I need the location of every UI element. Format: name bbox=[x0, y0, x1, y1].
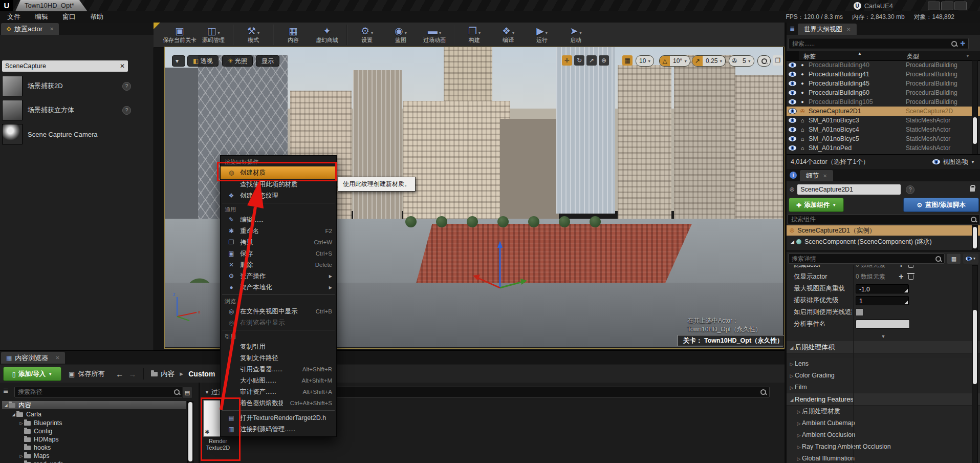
place-actor-search-input[interactable]: SceneCapture ✕ bbox=[2, 60, 128, 72]
toolbar-compile-button[interactable]: ❖▾ 编译 bbox=[491, 23, 525, 47]
expand-arrow-icon[interactable]: ◢ bbox=[791, 239, 794, 244]
add-component-button[interactable]: ✚ 添加组件 ▼ bbox=[789, 198, 844, 212]
collapsed-arrow-icon[interactable]: ▷ bbox=[789, 370, 795, 382]
context-menu-item[interactable]: 复制文件路径 bbox=[221, 352, 336, 364]
trash-icon[interactable] bbox=[908, 265, 913, 268]
level-tab[interactable]: Town10HD_Opt* bbox=[15, 0, 88, 11]
add-element-icon[interactable]: ✚ bbox=[899, 273, 903, 280]
maximize-button[interactable] bbox=[941, 2, 953, 10]
context-menu-item[interactable]: ❐ 拷贝 Ctrl+W bbox=[221, 237, 336, 248]
camera-speed[interactable]: ✇5▼ bbox=[729, 55, 754, 67]
context-menu-item[interactable]: 大小贴图...... Alt+Shift+M bbox=[221, 375, 336, 386]
details-section-row[interactable]: ▷Ray Tracing Ambient Occlusion bbox=[787, 441, 980, 453]
actor-name-input[interactable]: SceneCapture2D1 bbox=[797, 184, 901, 195]
clear-search-icon[interactable]: ✕ bbox=[120, 62, 125, 70]
search-paths-input[interactable]: 搜索路径 bbox=[14, 387, 183, 397]
folder-tree-item[interactable]: ▷Blueprints bbox=[2, 419, 186, 427]
toolbar-launch-button[interactable]: ➤▾ 启动 bbox=[559, 23, 593, 47]
tab-close-icon[interactable]: ✕ bbox=[846, 27, 851, 32]
tree-scrollbar[interactable] bbox=[187, 401, 193, 463]
context-menu-item[interactable]: ▣ 保存 Ctrl+S bbox=[221, 248, 336, 259]
help-badge[interactable]: ? bbox=[122, 82, 131, 91]
show-flags-button[interactable]: 显示 bbox=[256, 55, 279, 67]
visibility-eye-icon[interactable] bbox=[789, 90, 796, 95]
sources-list-icon[interactable]: ▤ bbox=[182, 387, 192, 398]
blueprint-add-script-button[interactable]: ⚙ 蓝图/添加脚本 bbox=[903, 198, 979, 212]
outliner-row[interactable]: ● ProceduralBuilding60ProceduralBuilding bbox=[787, 88, 980, 97]
tab-place-actor[interactable]: ✥ 放置actor ✕ bbox=[1, 23, 59, 35]
view-options-button[interactable]: 视图选项▼ bbox=[932, 158, 975, 166]
collapsed-arrow-icon[interactable]: ▷ bbox=[796, 406, 802, 418]
details-section-row[interactable]: ▷Ambient Cubemap bbox=[787, 417, 980, 430]
details-section-row[interactable]: ▷Color Grading bbox=[787, 370, 980, 382]
collapse-sources-icon[interactable]: ≣ bbox=[3, 387, 9, 394]
collapsed-arrow-icon[interactable]: ▷ bbox=[796, 430, 802, 441]
details-section-row[interactable]: ▷Global Illumination bbox=[787, 453, 980, 463]
property-matrix-icon[interactable]: ▦ bbox=[947, 253, 961, 264]
folder-tree-item[interactable]: ▷Maps bbox=[2, 452, 186, 460]
details-section-row[interactable]: ▷Film bbox=[787, 382, 980, 394]
folder-tree-item[interactable]: hooks bbox=[2, 444, 186, 452]
breadcrumb-current[interactable]: Custom bbox=[188, 370, 215, 378]
details-scrollbar[interactable] bbox=[972, 265, 978, 463]
minimize-button[interactable] bbox=[928, 2, 940, 10]
search-components-input[interactable]: 搜索组件 bbox=[788, 214, 980, 224]
add-element-icon[interactable]: ✚ bbox=[899, 265, 903, 268]
expanded-arrow-icon[interactable]: ◢ bbox=[789, 342, 795, 353]
close-button[interactable] bbox=[954, 2, 967, 10]
world-coordinate-icon[interactable]: ⊕ bbox=[599, 55, 609, 66]
menubar-item[interactable]: 编辑 bbox=[28, 11, 55, 23]
property-column-divider[interactable] bbox=[853, 265, 854, 463]
context-menu-item[interactable]: ✱ 重命名 F2 bbox=[221, 225, 336, 237]
move-tool-icon[interactable]: ✛ bbox=[562, 55, 572, 66]
menubar-item[interactable]: 文件 bbox=[0, 11, 28, 23]
grid-snap-toggle-icon[interactable]: ▦ bbox=[622, 55, 633, 66]
tab-close-icon[interactable]: ✕ bbox=[50, 26, 54, 32]
place-actor-item[interactable]: 场景捕获立方体 ? bbox=[2, 99, 133, 121]
context-menu-item[interactable]: ◎ 在浏览器中显示 bbox=[221, 317, 336, 328]
place-actor-item[interactable]: 场景捕获2D ? bbox=[2, 75, 133, 97]
context-menu-item[interactable]: 复制引用 bbox=[221, 341, 336, 352]
collapsed-arrow-icon[interactable]: ▷ bbox=[789, 382, 795, 394]
toolbar-blueprints-button[interactable]: ◉▾ 蓝图 bbox=[384, 23, 418, 47]
checkbox[interactable] bbox=[856, 308, 863, 316]
tab-details[interactable]: 细节✕ bbox=[800, 170, 833, 181]
toolbar-play-button[interactable]: ▶▾ 运行 bbox=[525, 23, 559, 47]
lock-icon[interactable] bbox=[970, 187, 975, 192]
outliner-column-header[interactable]: 标签 ▲ 类型 ▼ bbox=[787, 51, 980, 61]
folder-tree-item[interactable]: Config bbox=[2, 427, 186, 435]
visibility-eye-icon[interactable] bbox=[789, 81, 796, 86]
outliner-row[interactable]: ⌂ SM_A01noBicyc5StaticMeshActor bbox=[787, 134, 980, 143]
outliner-row[interactable]: ⌂ SM_A01noBicyc3StaticMeshActor bbox=[787, 116, 980, 125]
expander-arrow-icon[interactable]: ▼ bbox=[787, 334, 980, 339]
back-arrow-icon[interactable]: ← bbox=[116, 370, 123, 378]
details-section-row[interactable]: ◢后期处理体积 bbox=[787, 341, 980, 353]
toolbar-modes-button[interactable]: ⚒▾ 模式 bbox=[236, 23, 270, 47]
tab-close-icon[interactable]: ✕ bbox=[823, 173, 827, 179]
collapsed-arrow-icon[interactable]: ▷ bbox=[796, 453, 802, 463]
search-details-input[interactable]: 搜索详情 bbox=[788, 254, 945, 264]
scale-snap[interactable]: ↗0.25▼ bbox=[692, 55, 726, 67]
components-scrollbar[interactable] bbox=[972, 225, 978, 250]
context-menu-item[interactable]: ● 资产本地化 ▶ bbox=[221, 282, 336, 293]
spinbox[interactable]: -1.0 bbox=[856, 284, 909, 293]
cb-splitter[interactable] bbox=[199, 383, 200, 463]
folder-tree-item[interactable]: ◢Carla bbox=[2, 410, 186, 418]
visibility-eye-icon[interactable] bbox=[789, 127, 796, 132]
outliner-search-input[interactable]: 搜索...... ✚ bbox=[789, 38, 969, 49]
outliner-scrollbar[interactable] bbox=[972, 60, 978, 155]
help-badge[interactable]: ? bbox=[122, 106, 131, 115]
toolbar-source-control-button[interactable]: ◫▾ 源码管理 bbox=[197, 23, 230, 47]
details-section-row[interactable]: ▷Lens bbox=[787, 358, 980, 370]
toolbar-settings-button[interactable]: ⚙▾ 设置 bbox=[350, 23, 384, 47]
details-section-row[interactable]: ◢Rendering Features bbox=[787, 393, 980, 406]
tab-world-outliner[interactable]: 世界大纲视图✕ bbox=[798, 24, 857, 35]
outliner-row[interactable]: ● ProceduralBuilding105ProceduralBuildin… bbox=[787, 97, 980, 107]
details-section-row[interactable]: ▷Ambient Occlusion bbox=[787, 429, 980, 441]
lit-mode-button[interactable]: ☀ 光照 bbox=[222, 55, 253, 67]
folder-tree-item[interactable]: ◢内容 bbox=[2, 401, 186, 409]
toolbar-content-button[interactable]: ▦ 内容 bbox=[276, 23, 310, 47]
outliner-row[interactable]: ● ProceduralBuilding41ProceduralBuilding bbox=[787, 70, 980, 79]
visibility-eye-icon[interactable] bbox=[789, 145, 796, 151]
menubar-item[interactable]: 帮助 bbox=[83, 11, 111, 23]
